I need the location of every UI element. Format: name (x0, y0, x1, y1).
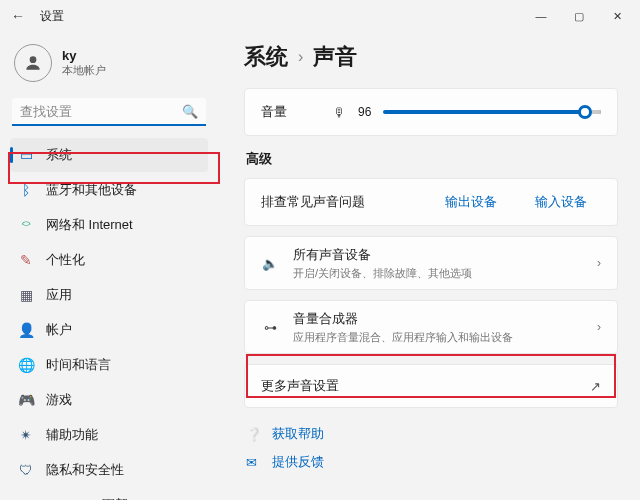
mic-icon[interactable]: 🎙 (333, 105, 346, 120)
input-device-link[interactable]: 输入设备 (521, 193, 601, 211)
brush-icon: ✎ (18, 252, 34, 268)
minimize-button[interactable]: — (522, 2, 560, 30)
user-name: ky (62, 48, 106, 63)
help-icon: ❔ (246, 427, 262, 442)
maximize-button[interactable]: ▢ (560, 2, 598, 30)
feedback-link[interactable]: ✉ 提供反馈 (244, 448, 618, 476)
breadcrumb-parent[interactable]: 系统 (244, 42, 288, 72)
user-block[interactable]: ky 本地帐户 (14, 44, 204, 82)
mixer-icon: ⊶ (261, 320, 279, 335)
svg-point-0 (30, 56, 37, 63)
feedback-label: 提供反馈 (272, 453, 324, 471)
wifi-icon: ⌔ (18, 217, 34, 233)
troubleshoot-row: 排查常见声音问题 输出设备 输入设备 (244, 178, 618, 226)
get-help-link[interactable]: ❔ 获取帮助 (244, 420, 618, 448)
volume-label: 音量 (261, 103, 321, 121)
sidebar-item-personalization[interactable]: ✎个性化 (10, 243, 208, 277)
sidebar-item-accounts[interactable]: 👤帐户 (10, 313, 208, 347)
row-sub: 开启/关闭设备、排除故障、其他选项 (293, 266, 472, 281)
sidebar-item-gaming[interactable]: 🎮游戏 (10, 383, 208, 417)
gaming-icon: 🎮 (18, 392, 34, 408)
system-icon: ▭ (18, 147, 34, 163)
bluetooth-icon: ᛒ (18, 182, 34, 198)
back-button[interactable]: ← (4, 8, 32, 24)
apps-icon: ▦ (18, 287, 34, 303)
sidebar-item-label: 时间和语言 (46, 356, 111, 374)
volume-slider[interactable] (383, 110, 601, 114)
more-sound-settings-row[interactable]: 更多声音设置 ↗ (244, 364, 618, 408)
chevron-right-icon: › (597, 256, 601, 270)
sidebar-item-label: 隐私和安全性 (46, 461, 124, 479)
volume-mixer-row[interactable]: ⊶ 音量合成器 应用程序音量混合、应用程序输入和输出设备 › (244, 300, 618, 354)
accounts-icon: 👤 (18, 322, 34, 338)
sidebar-item-system[interactable]: ▭系统 (10, 138, 208, 172)
sidebar-item-label: 游戏 (46, 391, 72, 409)
search-input[interactable] (12, 98, 206, 126)
avatar (14, 44, 52, 82)
clock-icon: 🌐 (18, 357, 34, 373)
sidebar-item-label: 个性化 (46, 251, 85, 269)
sidebar-item-network[interactable]: ⌔网络和 Internet (10, 208, 208, 242)
sidebar-item-label: 系统 (46, 146, 72, 164)
sidebar-item-apps[interactable]: ▦应用 (10, 278, 208, 312)
window-title: 设置 (40, 8, 64, 25)
help-label: 获取帮助 (272, 425, 324, 443)
row-title: 音量合成器 (293, 310, 513, 328)
section-advanced: 高级 (246, 150, 618, 168)
row-title: 所有声音设备 (293, 246, 472, 264)
sidebar-item-label: 帐户 (46, 321, 72, 339)
sidebar-item-time[interactable]: 🌐时间和语言 (10, 348, 208, 382)
all-sound-devices-row[interactable]: 🔈 所有声音设备 开启/关闭设备、排除故障、其他选项 › (244, 236, 618, 290)
speaker-icon: 🔈 (261, 256, 279, 271)
search-icon: 🔍 (182, 104, 198, 119)
shield-icon: 🛡 (18, 462, 34, 478)
volume-row[interactable]: 音量 🎙 96 (244, 88, 618, 136)
sidebar-item-label: 应用 (46, 286, 72, 304)
external-link-icon: ↗ (590, 379, 601, 394)
output-device-link[interactable]: 输出设备 (431, 193, 511, 211)
accessibility-icon: ✴ (18, 427, 34, 443)
breadcrumb-current: 声音 (313, 42, 357, 72)
sidebar-item-privacy[interactable]: 🛡隐私和安全性 (10, 453, 208, 487)
sidebar-item-update[interactable]: ⟳Windows 更新 (10, 488, 208, 500)
sidebar-item-accessibility[interactable]: ✴辅助功能 (10, 418, 208, 452)
chevron-right-icon: › (597, 320, 601, 334)
row-sub: 应用程序音量混合、应用程序输入和输出设备 (293, 330, 513, 345)
sidebar-item-label: 网络和 Internet (46, 216, 133, 234)
troubleshoot-label: 排查常见声音问题 (261, 193, 421, 211)
chevron-right-icon: › (298, 48, 303, 66)
sidebar-item-bluetooth[interactable]: ᛒ蓝牙和其他设备 (10, 173, 208, 207)
sidebar-item-label: 辅助功能 (46, 426, 98, 444)
user-sub: 本地帐户 (62, 63, 106, 78)
sidebar-item-label: 蓝牙和其他设备 (46, 181, 137, 199)
more-label: 更多声音设置 (261, 377, 339, 395)
breadcrumb: 系统 › 声音 (244, 42, 618, 72)
sidebar-item-label: Windows 更新 (46, 496, 128, 500)
feedback-icon: ✉ (246, 455, 262, 470)
volume-value: 96 (358, 105, 371, 119)
close-button[interactable]: ✕ (598, 2, 636, 30)
